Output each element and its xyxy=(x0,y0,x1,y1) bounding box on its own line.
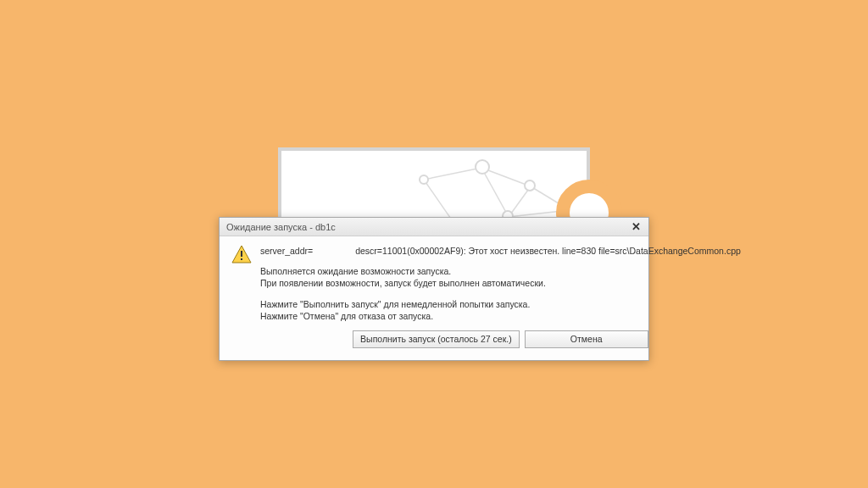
dialog-buttons: Выполнить запуск (осталось 27 сек.) Отме… xyxy=(260,330,741,348)
svg-line-0 xyxy=(424,168,481,180)
retry-launch-button[interactable]: Выполнить запуск (осталось 27 сек.) xyxy=(353,330,520,348)
info-line: При появлении возможности, запуск будет … xyxy=(260,277,741,289)
info-paragraph-1: Выполняется ожидание возможности запуска… xyxy=(260,265,741,289)
svg-rect-9 xyxy=(241,251,242,257)
dialog-titlebar: Ожидание запуска - db1c ✕ xyxy=(220,218,648,236)
dialog-title: Ожидание запуска - db1c xyxy=(226,222,628,232)
svg-line-3 xyxy=(481,168,509,217)
info-line: Нажмите "Выполнить запуск" для немедленн… xyxy=(260,298,741,310)
close-icon[interactable]: ✕ xyxy=(628,220,643,234)
cancel-button[interactable]: Отмена xyxy=(525,330,648,348)
info-paragraph-2: Нажмите "Выполнить запуск" для немедленн… xyxy=(260,298,741,322)
svg-rect-10 xyxy=(241,258,242,260)
error-prefix: server_addr= xyxy=(260,246,313,256)
error-message: server_addr=descr=11001(0x00002AF9): Это… xyxy=(260,245,741,257)
info-line: Нажмите "Отмена" для отказа от запуска. xyxy=(260,310,741,322)
info-line: Выполняется ожидание возможности запуска… xyxy=(260,265,741,277)
warning-icon xyxy=(231,245,252,348)
error-suffix: descr=11001(0x00002AF9): Этот хост неизв… xyxy=(355,246,741,256)
dialog-content: server_addr=descr=11001(0x00002AF9): Это… xyxy=(260,245,741,348)
wait-launch-dialog: Ожидание запуска - db1c ✕ server_addr=de… xyxy=(219,217,649,361)
